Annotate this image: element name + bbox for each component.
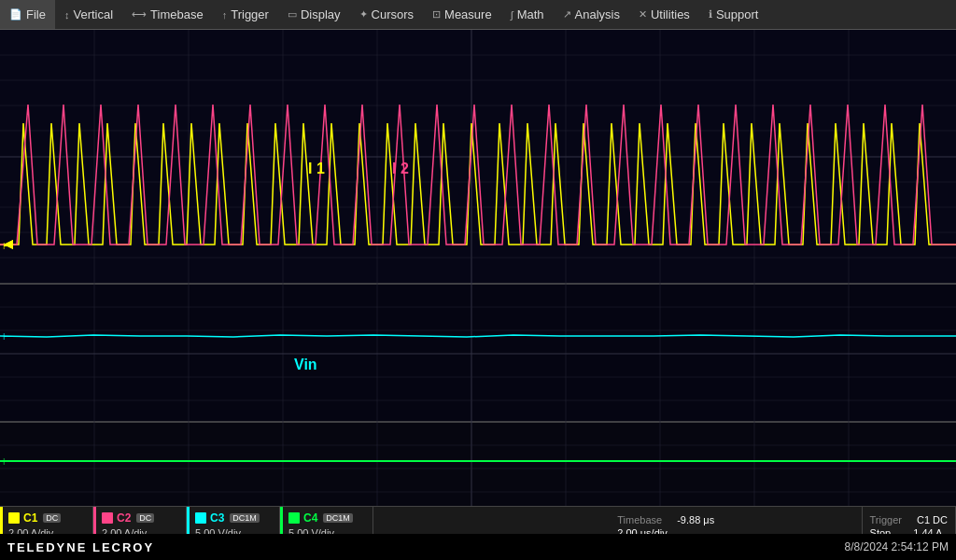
menu-utilities[interactable]: ✕ Utilities: [629, 0, 699, 29]
svg-text:⊢: ⊢: [3, 241, 11, 251]
ch3-id: C3: [210, 511, 224, 525]
trigger-channel: C1 DC: [917, 514, 948, 525]
svg-text:⊢: ⊢: [3, 456, 11, 467]
timebase-label: Timebase: [617, 514, 662, 525]
ch1-id: C1: [23, 511, 37, 525]
ch4-id: C4: [303, 511, 317, 525]
ch1-dc: DC: [43, 513, 61, 523]
ch2-label: I 2: [392, 161, 409, 177]
timebase-value: -9.88 μs: [677, 514, 714, 525]
file-icon: 📄: [9, 8, 22, 21]
ch1-dot: [8, 512, 20, 524]
ch2-dc: DC: [136, 513, 154, 523]
ch4-dc: DC1M: [323, 513, 353, 523]
grid: ⊢ ⊢ ⊢: [0, 30, 956, 506]
ch2-id: C2: [117, 511, 131, 525]
scope-display: ⊢ ⊢ ⊢ I 1 I 2 Vin Vout: [0, 30, 956, 506]
menu-vertical[interactable]: ↕ Vertical: [55, 0, 122, 29]
menu-display[interactable]: ▭ Display: [278, 0, 350, 29]
menu-math[interactable]: ∫ Math: [501, 0, 554, 29]
ch3-label: Vin: [294, 357, 317, 373]
menu-cursors[interactable]: ✦ Cursors: [350, 0, 424, 29]
ch2-dot: [102, 512, 113, 524]
ch4-dot: [288, 512, 300, 524]
menu-analysis[interactable]: ↗ Analysis: [554, 0, 629, 29]
menu-timebase[interactable]: ⟷ Timebase: [122, 0, 213, 29]
menu-file[interactable]: 📄 File: [0, 0, 55, 29]
menu-trigger[interactable]: ↑ Trigger: [213, 0, 278, 29]
trigger-label: Trigger: [870, 514, 902, 525]
svg-text:⊢: ⊢: [3, 331, 11, 342]
menu-measure[interactable]: ⊡ Measure: [423, 0, 501, 29]
ch1-label: I 1: [308, 161, 325, 177]
ch3-dc: DC1M: [230, 513, 260, 523]
menu-bar: 📄 File ↕ Vertical ⟷ Timebase ↑ Trigger ▭…: [0, 0, 956, 30]
brand-label: TELEDYNE LECROY: [7, 540, 154, 554]
svg-rect-5: [0, 422, 956, 506]
svg-rect-3: [0, 284, 956, 422]
datetime-label: 8/8/2024 2:54:12 PM: [845, 540, 949, 553]
ch3-dot: [195, 512, 206, 524]
menu-support[interactable]: ℹ Support: [699, 0, 768, 29]
